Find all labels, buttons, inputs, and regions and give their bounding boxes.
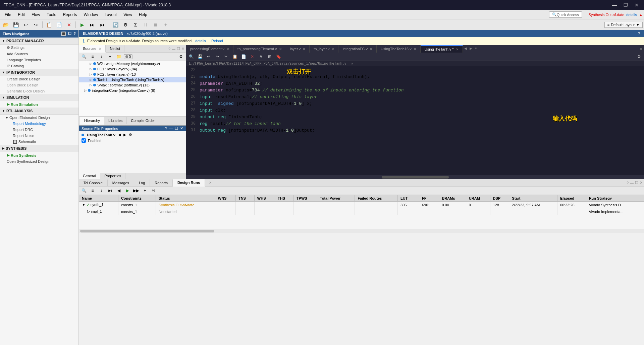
close-tab-integrationfc[interactable]: ✕ — [370, 47, 372, 51]
nav-item-run-synthesis[interactable]: ▶ Run Synthesis — [0, 152, 78, 158]
nav-section-title-ip-integrator[interactable]: ▼ IP INTEGRATOR — [0, 69, 78, 76]
source-props-minimize[interactable]: — — [169, 126, 173, 131]
close-tab-tb-processingelement[interactable]: ✕ — [279, 47, 282, 51]
nav-item-settings[interactable]: ⚙ Settings — [0, 45, 78, 51]
runs-run-button[interactable]: ▶ — [124, 187, 131, 194]
bottom-panel-close[interactable]: ✕ — [640, 181, 643, 185]
sources-panel-close[interactable]: ✕ — [181, 47, 184, 51]
runs-percent-button[interactable]: % — [150, 187, 157, 194]
toolbar-skip-button[interactable]: ✦ — [161, 21, 170, 29]
toolbar-open-button[interactable]: 📂 — [1, 21, 10, 29]
editor-close-button[interactable]: ✕ — [638, 45, 644, 53]
tab-hierarchy[interactable]: Hierarchy — [80, 117, 104, 125]
editor-tab-integrationfc[interactable]: integrationFC.v ✕ — [338, 45, 377, 53]
source-props-close[interactable]: ✕ — [180, 126, 183, 131]
editor-delete-button[interactable]: ✕ — [249, 53, 256, 60]
editor-paste-button[interactable]: 📄 — [240, 53, 247, 60]
tab-libraries[interactable]: Libraries — [104, 117, 127, 124]
toolbar-copy-button[interactable]: 📋 — [45, 21, 53, 29]
expand-arrow-impl1[interactable]: ▷ — [82, 209, 90, 213]
editor-tab-usingthetanh16[interactable]: UsingTheTanh16.v ✕ — [377, 45, 421, 53]
tab-reports[interactable]: Reports — [150, 180, 173, 186]
editor-tab-usingthetanh[interactable]: UsingTheTanh.v * ✕ — [421, 45, 463, 53]
toolbar-run-button[interactable]: ▶ — [78, 21, 87, 29]
toolbar-settings-button[interactable]: ⚙ — [121, 21, 130, 29]
close-tab-usingthetanh[interactable]: ✕ — [456, 48, 459, 51]
runs-add-button[interactable]: + — [141, 187, 149, 194]
nav-section-title-simulation[interactable]: ▼ SIMULATION — [0, 94, 78, 101]
toolbar-stop-button[interactable]: ⏹ — [151, 21, 160, 29]
source-props-help[interactable]: ? — [165, 126, 167, 131]
tree-item-fc2[interactable]: ▷ FC2 : layer (layer.v) (10 — [79, 72, 186, 77]
toolbar-delete-button[interactable]: ✕ — [65, 21, 73, 29]
layout-dropdown[interactable]: ≡ Default Layout ▼ — [604, 22, 643, 28]
toolbar-undo-button[interactable]: ↩ — [21, 21, 30, 29]
tab-properties[interactable]: Properties — [100, 173, 125, 179]
tree-item-w2[interactable]: ▷ W2 : weightMemory (weightmemory.v) — [79, 61, 186, 66]
close-button[interactable]: ✕ — [633, 2, 641, 8]
nav-item-report-noise[interactable]: Report Noise — [0, 133, 78, 139]
editor-undo-button[interactable]: ↩ — [205, 53, 212, 60]
runs-next-button[interactable]: ▶▶ — [132, 187, 140, 194]
tab-log[interactable]: Log — [134, 180, 150, 186]
source-nav-forward[interactable]: ▶ — [123, 133, 126, 137]
close-tab-layer[interactable]: ✕ — [303, 47, 305, 51]
tree-item-integrationconv[interactable]: ▷ integrationConv (integrationConv.v) (8… — [79, 88, 186, 93]
editor-tab-tb-layer[interactable]: tb_layer.v ✕ — [310, 45, 338, 53]
nav-item-open-block-design[interactable]: Open Block Design — [0, 82, 78, 88]
editor-comment-button[interactable]: // — [257, 53, 265, 60]
nav-section-title-rtl-analysis[interactable]: ▼ RTL ANALYSIS — [0, 108, 78, 115]
maximize-button[interactable]: ❐ — [622, 2, 630, 8]
sources-filter-button[interactable]: ≡ — [89, 53, 96, 60]
toolbar-paste-button[interactable]: 📄 — [55, 21, 63, 29]
tab-tcl-console[interactable]: Tcl Console — [79, 180, 108, 186]
bottom-panel-help[interactable]: ? — [627, 181, 629, 185]
sources-sort-button[interactable]: ↕ — [98, 53, 105, 60]
code-hscroll[interactable] — [186, 175, 644, 179]
tree-item-fc1[interactable]: ▷ FC1 : layer (layer.v) (84) — [79, 66, 186, 72]
toolbar-sum-button[interactable]: Σ — [131, 21, 140, 29]
editor-tab-tb-processingelement[interactable]: tb_processingElement.v ✕ — [233, 45, 286, 53]
menu-window[interactable]: Window — [80, 11, 101, 18]
tab-scroll-left[interactable]: ◀ — [463, 45, 468, 53]
toolbar-save-button[interactable]: 💾 — [11, 21, 20, 29]
minimize-button[interactable]: — — [610, 2, 619, 8]
code-content[interactable]: 22 23 module UsingTheTanh(x, clk, Output… — [186, 66, 644, 175]
info-bar-details-link[interactable]: details — [195, 39, 206, 43]
menu-help[interactable]: Help — [136, 11, 151, 18]
menu-edit[interactable]: Edit — [14, 11, 28, 18]
file-path-close[interactable]: ✕ — [351, 62, 353, 65]
runs-filter-button[interactable]: ≡ — [89, 187, 96, 194]
synthesis-details-link[interactable]: details — [626, 13, 637, 17]
nav-item-ip-catalog[interactable]: IP Catalog — [0, 63, 78, 69]
menu-reports[interactable]: Reports — [59, 11, 80, 18]
tab-scroll-right[interactable]: ▶ — [468, 45, 474, 53]
editor-copy-button[interactable]: 📋 — [231, 53, 238, 60]
nav-item-open-synthesized-design[interactable]: Open Synthesized Design — [0, 158, 78, 164]
bottom-hscroll[interactable] — [79, 229, 644, 233]
menu-file[interactable]: File — [1, 11, 14, 18]
expand-arrow-synth1[interactable]: ▼ — [82, 203, 86, 207]
close-design-runs-tab[interactable]: ✕ — [206, 181, 214, 185]
tab-design-runs[interactable]: Design Runs — [173, 179, 205, 187]
runs-search-button[interactable]: 🔍 — [80, 187, 88, 194]
source-enabled-checkbox[interactable] — [82, 138, 86, 143]
source-props-settings[interactable]: ⚙ — [129, 133, 132, 137]
nav-section-title-project-manager[interactable]: ▼ PROJECT MANAGER — [0, 38, 78, 45]
tab-sources[interactable]: Sources ✕ — [79, 45, 106, 53]
sources-search-button[interactable]: 🔍 — [80, 53, 88, 60]
source-props-maximize[interactable]: ☐ — [175, 126, 178, 131]
sources-settings-button[interactable]: ⚙ — [177, 53, 184, 60]
editor-bookmark-button[interactable]: 🔖 — [275, 53, 282, 60]
sources-add-button[interactable]: + — [106, 53, 114, 60]
close-tab-usingthetanh16[interactable]: ✕ — [414, 47, 416, 51]
tree-item-smax[interactable]: ▷ SMax : softmax (softmax.v) (13) — [79, 82, 186, 88]
runs-sort-button[interactable]: ↕ — [98, 187, 105, 194]
editor-tab-layer[interactable]: layer.v ✕ — [286, 45, 310, 53]
nav-item-schematic[interactable]: 🔲 Schematic — [0, 139, 78, 145]
menu-flow[interactable]: Flow — [28, 11, 43, 18]
bottom-panel-maximize[interactable]: ☐ — [635, 181, 638, 185]
source-nav-back[interactable]: ◀ — [118, 133, 121, 137]
run-row-synth1[interactable]: ▼ ✓ synth_1 constrs_1 Synthesis Out-of-d… — [79, 202, 644, 208]
editor-block-comment-button[interactable]: ⊞ — [266, 53, 273, 60]
